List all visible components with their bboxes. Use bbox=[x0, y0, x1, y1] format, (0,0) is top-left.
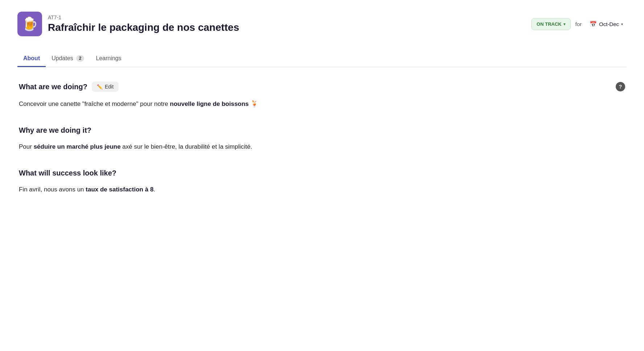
date-chevron-icon: ▾ bbox=[621, 22, 623, 26]
tab-learnings[interactable]: Learnings bbox=[90, 51, 127, 67]
section-success-body: Fin avril, nous avons un taux de satisfa… bbox=[19, 185, 625, 194]
header: 🍺 AT7-1 Rafraîchir le packaging de nos c… bbox=[17, 12, 627, 36]
help-icon[interactable]: ? bbox=[616, 82, 625, 91]
section-success-header-left: What will success look like? bbox=[19, 169, 116, 177]
tab-updates[interactable]: Updates 2 bbox=[46, 51, 90, 67]
for-label: for bbox=[575, 21, 582, 27]
section-why-header: Why are we doing it? bbox=[19, 126, 625, 135]
page-wrapper: 🍺 AT7-1 Rafraîchir le packaging de nos c… bbox=[0, 0, 644, 224]
pencil-icon: ✏️ bbox=[97, 84, 103, 90]
section-what-body: Concevoir une canette "fraîche et modern… bbox=[19, 99, 625, 109]
header-left: 🍺 AT7-1 Rafraîchir le packaging de nos c… bbox=[17, 12, 239, 36]
section-success: What will success look like? Fin avril, … bbox=[19, 169, 625, 194]
section-what-are-we-doing: What are we doing? ✏️ Edit ? Concevoir u… bbox=[19, 82, 625, 109]
tab-learnings-label: Learnings bbox=[96, 55, 121, 62]
header-right: ON TRACK ▾ for 📅 Oct-Dec ▾ bbox=[531, 18, 627, 30]
content-area: What are we doing? ✏️ Edit ? Concevoir u… bbox=[17, 82, 627, 195]
updates-badge: 2 bbox=[76, 55, 84, 62]
section-why: Why are we doing it? Pour séduire un mar… bbox=[19, 126, 625, 152]
section-what-header: What are we doing? ✏️ Edit ? bbox=[19, 82, 625, 92]
status-badge[interactable]: ON TRACK ▾ bbox=[531, 18, 571, 30]
edit-button[interactable]: ✏️ Edit bbox=[92, 82, 119, 92]
edit-label: Edit bbox=[105, 84, 113, 90]
project-icon: 🍺 bbox=[17, 12, 42, 36]
tab-about[interactable]: About bbox=[17, 51, 46, 67]
section-why-body: Pour séduire un marché plus jeune axé su… bbox=[19, 142, 625, 152]
tab-updates-label: Updates bbox=[51, 55, 73, 62]
date-range-picker[interactable]: 📅 Oct-Dec ▾ bbox=[586, 18, 627, 30]
section-why-title: Why are we doing it? bbox=[19, 126, 91, 135]
section-success-title: What will success look like? bbox=[19, 169, 116, 177]
calendar-icon: 📅 bbox=[590, 21, 597, 28]
date-range-label: Oct-Dec bbox=[599, 21, 619, 27]
status-chevron-icon: ▾ bbox=[564, 22, 565, 26]
section-what-title: What are we doing? bbox=[19, 83, 87, 91]
status-label: ON TRACK bbox=[537, 21, 562, 27]
header-text: AT7-1 Rafraîchir le packaging de nos can… bbox=[48, 15, 239, 33]
tab-about-label: About bbox=[23, 55, 40, 62]
section-why-header-left: Why are we doing it? bbox=[19, 126, 91, 135]
section-what-header-left: What are we doing? ✏️ Edit bbox=[19, 82, 119, 92]
section-success-header: What will success look like? bbox=[19, 169, 625, 177]
project-title: Rafraîchir le packaging de nos canettes bbox=[48, 22, 239, 33]
project-id: AT7-1 bbox=[48, 15, 239, 20]
tabs: About Updates 2 Learnings bbox=[17, 51, 627, 67]
